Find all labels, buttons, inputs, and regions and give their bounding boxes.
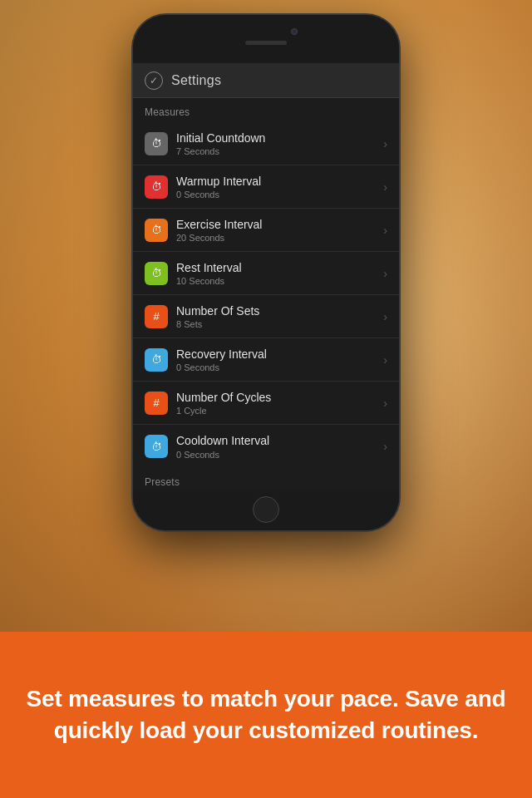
clock-icon-exercise-interval: ⏱ xyxy=(151,224,162,236)
chevron-icon-exercise-interval: › xyxy=(383,224,387,237)
item-subtitle-number-of-sets: 8 Sets xyxy=(176,319,378,329)
clock-icon-cooldown-interval: ⏱ xyxy=(151,441,162,453)
list-item-number-of-cycles[interactable]: # Number Of Cycles 1 Cycle › xyxy=(133,382,399,425)
item-subtitle-warmup-interval: 0 Seconds xyxy=(176,190,378,200)
clock-icon-recovery-interval: ⏱ xyxy=(151,353,162,366)
phone-camera xyxy=(291,28,298,35)
item-icon-warmup-interval: ⏱ xyxy=(145,175,168,199)
list-item-number-of-sets[interactable]: # Number Of Sets 8 Sets › xyxy=(133,295,399,338)
bottom-tagline: Set measures to match your pace. Save an… xyxy=(25,683,507,746)
nav-bar: ✓ Settings xyxy=(133,63,399,98)
chevron-icon-number-of-cycles: › xyxy=(383,397,387,410)
bottom-text-section: Set measures to match your pace. Save an… xyxy=(0,632,532,798)
list-item-rest-interval[interactable]: ⏱ Rest Interval 10 Seconds › xyxy=(133,252,399,295)
item-text-number-of-sets: Number Of Sets 8 Sets xyxy=(176,303,378,329)
item-icon-number-of-sets: # xyxy=(145,305,168,328)
item-text-recovery-interval: Recovery Interval 0 Seconds xyxy=(176,347,378,372)
home-button[interactable] xyxy=(253,496,279,523)
item-text-rest-interval: Rest Interval 10 Seconds xyxy=(176,260,378,286)
section-header-presets: Presets xyxy=(133,468,399,489)
item-icon-number-of-cycles: # xyxy=(145,392,168,415)
item-subtitle-exercise-interval: 20 Seconds xyxy=(176,233,378,243)
hash-icon-number-of-cycles: # xyxy=(153,397,159,409)
list-item-initial-countdown[interactable]: ⏱ Initial Countdown 7 Seconds › xyxy=(133,122,399,165)
nav-title: Settings xyxy=(171,73,221,88)
item-text-number-of-cycles: Number Of Cycles 1 Cycle xyxy=(176,390,378,416)
chevron-icon-cooldown-interval: › xyxy=(383,440,387,453)
item-icon-cooldown-interval: ⏱ xyxy=(145,435,168,458)
item-title-number-of-cycles: Number Of Cycles xyxy=(176,390,378,405)
item-icon-recovery-interval: ⏱ xyxy=(145,348,168,372)
item-icon-initial-countdown: ⏱ xyxy=(145,132,168,155)
item-subtitle-cooldown-interval: 0 Seconds xyxy=(176,450,378,460)
settings-scroll-area[interactable]: Measures ⏱ Initial Countdown 7 Seconds ›… xyxy=(133,98,399,489)
phone-speaker xyxy=(245,41,287,45)
item-subtitle-rest-interval: 10 Seconds xyxy=(176,276,378,286)
item-title-rest-interval: Rest Interval xyxy=(176,260,378,275)
item-title-initial-countdown: Initial Countdown xyxy=(176,131,378,145)
list-item-exercise-interval[interactable]: ⏱ Exercise Interval 20 Seconds › xyxy=(133,209,399,252)
chevron-icon-recovery-interval: › xyxy=(383,353,387,367)
chevron-icon-warmup-interval: › xyxy=(383,180,387,194)
list-item-recovery-interval[interactable]: ⏱ Recovery Interval 0 Seconds › xyxy=(133,338,399,382)
checkmark-icon: ✓ xyxy=(150,75,158,86)
chevron-icon-initial-countdown: › xyxy=(383,137,387,150)
phone-screen: ✓ Settings Measures ⏱ Initial Countdown … xyxy=(133,63,399,489)
item-title-recovery-interval: Recovery Interval xyxy=(176,347,378,362)
clock-icon-rest-interval: ⏱ xyxy=(151,267,162,279)
item-text-cooldown-interval: Cooldown Interval 0 Seconds xyxy=(176,433,378,459)
item-icon-exercise-interval: ⏱ xyxy=(145,219,168,242)
item-text-warmup-interval: Warmup Interval 0 Seconds xyxy=(176,174,378,200)
item-text-initial-countdown: Initial Countdown 7 Seconds xyxy=(176,131,378,156)
list-item-warmup-interval[interactable]: ⏱ Warmup Interval 0 Seconds › xyxy=(133,165,399,209)
list-item-cooldown-interval[interactable]: ⏱ Cooldown Interval 0 Seconds › xyxy=(133,425,399,468)
phone-frame: ✓ Settings Measures ⏱ Initial Countdown … xyxy=(133,15,399,530)
item-subtitle-initial-countdown: 7 Seconds xyxy=(176,146,378,156)
chevron-icon-number-of-sets: › xyxy=(383,310,387,323)
item-title-exercise-interval: Exercise Interval xyxy=(176,217,378,232)
clock-icon-warmup-interval: ⏱ xyxy=(151,180,162,193)
item-text-exercise-interval: Exercise Interval 20 Seconds xyxy=(176,217,378,243)
list-group-measures: ⏱ Initial Countdown 7 Seconds › ⏱ Warmup… xyxy=(133,122,399,468)
item-subtitle-recovery-interval: 0 Seconds xyxy=(176,362,378,372)
clock-icon-initial-countdown: ⏱ xyxy=(151,137,162,150)
item-icon-rest-interval: ⏱ xyxy=(145,262,168,285)
item-title-number-of-sets: Number Of Sets xyxy=(176,303,378,318)
item-title-warmup-interval: Warmup Interval xyxy=(176,174,378,189)
phone-bottom-bar xyxy=(133,489,399,530)
chevron-icon-rest-interval: › xyxy=(383,267,387,280)
item-subtitle-number-of-cycles: 1 Cycle xyxy=(176,406,378,416)
item-title-cooldown-interval: Cooldown Interval xyxy=(176,433,378,448)
section-header-measures: Measures xyxy=(133,98,399,122)
hash-icon-number-of-sets: # xyxy=(153,310,159,323)
phone-top-bar xyxy=(133,15,399,63)
nav-check-button[interactable]: ✓ xyxy=(145,71,163,90)
